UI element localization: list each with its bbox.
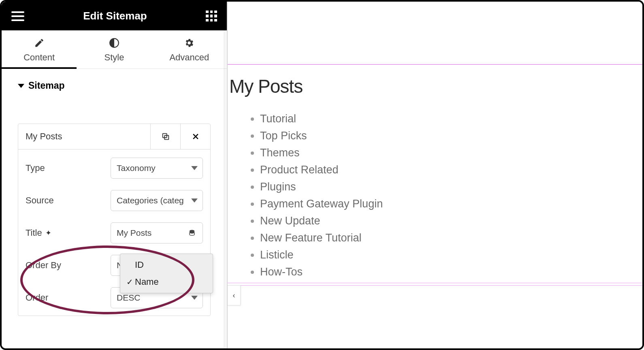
section-toggle-sitemap[interactable]: Sitemap <box>2 69 227 99</box>
chevron-down-icon <box>191 166 198 170</box>
caret-down-icon <box>18 84 24 88</box>
type-label: Type <box>26 163 111 173</box>
orderby-dropdown: ID ✓Name <box>120 254 213 293</box>
list-item[interactable]: How-Tos <box>260 263 383 280</box>
gear-icon <box>184 38 194 48</box>
remove-button[interactable] <box>180 124 210 149</box>
list-item[interactable]: Top Picks <box>260 127 383 144</box>
tab-advanced[interactable]: Advanced <box>152 30 227 68</box>
list-item[interactable]: New Feature Tutorial <box>260 229 383 246</box>
control-title: Title✦ My Posts <box>26 222 203 243</box>
apps-grid-icon[interactable] <box>206 11 217 22</box>
widget-boundary-top <box>228 64 642 65</box>
control-source: Source Categories (categ <box>26 190 203 211</box>
dynamic-tags-icon[interactable] <box>185 229 199 237</box>
ai-sparkle-icon: ✦ <box>45 228 51 237</box>
list-item[interactable]: Plugins <box>260 178 383 195</box>
check-icon: ✓ <box>124 277 135 287</box>
panel-title: Edit Sitemap <box>83 10 147 22</box>
chevron-left-icon: ‹ <box>233 291 235 300</box>
order-label: Order <box>26 292 111 303</box>
pencil-icon <box>34 38 45 48</box>
control-type: Type Taxonomy <box>26 158 203 179</box>
title-input[interactable]: My Posts <box>111 222 203 243</box>
contrast-icon <box>109 38 119 48</box>
orderby-option-id[interactable]: ID <box>120 256 213 273</box>
list-item[interactable]: Product Related <box>260 161 383 178</box>
orderby-label: Order By <box>26 260 111 271</box>
tabs: Content Style Advanced <box>2 30 227 69</box>
section-title: Sitemap <box>28 80 64 91</box>
list-item[interactable]: Payment Gateway Plugin <box>260 195 383 212</box>
tab-content[interactable]: Content <box>2 30 77 68</box>
editor-sidebar: Edit Sitemap Content Style Advanced Site… <box>2 2 228 348</box>
widget-boundary-bottom-2 <box>228 285 642 286</box>
app-window: Edit Sitemap Content Style Advanced Site… <box>0 0 644 350</box>
source-select[interactable]: Categories (categ <box>111 190 203 211</box>
top-bar: Edit Sitemap <box>2 2 227 30</box>
repeater-item-header[interactable]: My Posts <box>18 124 210 149</box>
repeater-item-title: My Posts <box>18 124 150 149</box>
list-item[interactable]: Tutorial <box>260 110 383 127</box>
duplicate-button[interactable] <box>150 124 180 149</box>
source-label: Source <box>26 195 111 206</box>
preview-heading: My Posts <box>229 75 303 97</box>
chevron-down-icon <box>191 296 198 300</box>
tab-content-label: Content <box>23 52 55 63</box>
chevron-down-icon <box>191 198 198 203</box>
sitemap-list: Tutorial Top Picks Themes Product Relate… <box>252 110 383 280</box>
list-item[interactable]: Themes <box>260 144 383 161</box>
panel-body: My Posts Type Taxonomy Source C <box>2 124 227 324</box>
menu-icon[interactable] <box>11 11 24 21</box>
list-item[interactable]: New Update <box>260 212 383 229</box>
orderby-option-name[interactable]: ✓Name <box>120 273 213 290</box>
type-select[interactable]: Taxonomy <box>111 158 203 179</box>
widget-boundary-bottom <box>228 283 642 283</box>
title-label: Title✦ <box>26 228 111 238</box>
tab-style[interactable]: Style <box>77 30 151 68</box>
list-item[interactable]: Listicle <box>260 246 383 263</box>
preview-pane: My Posts Tutorial Top Picks Themes Produ… <box>228 2 642 348</box>
tab-style-label: Style <box>104 52 124 63</box>
copy-icon <box>161 132 170 141</box>
close-icon <box>192 132 200 141</box>
collapse-panel-button[interactable]: ‹ <box>228 285 241 305</box>
tab-advanced-label: Advanced <box>169 52 209 63</box>
